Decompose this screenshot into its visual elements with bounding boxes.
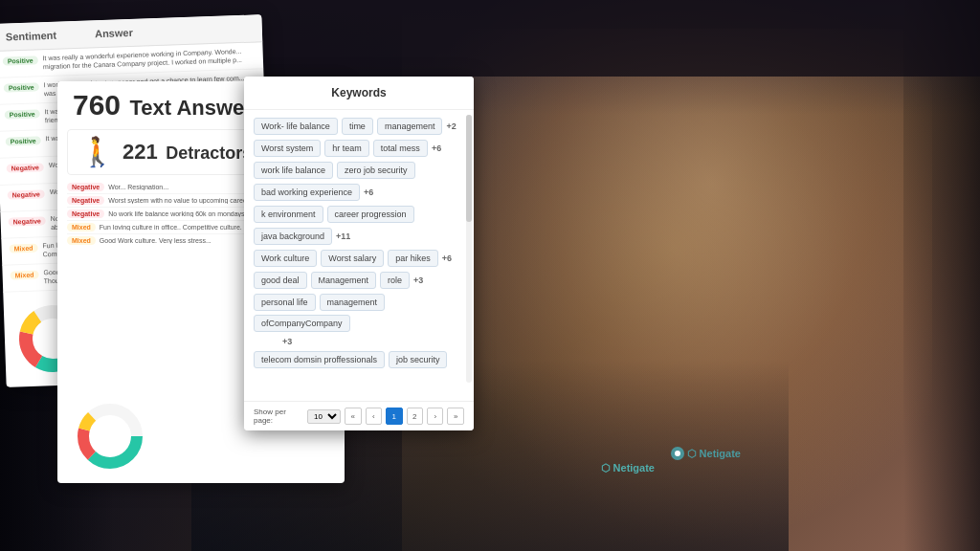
keyword-tag[interactable]: good deal xyxy=(254,272,307,289)
answer-text: Fun loving culture in office.. Competiti… xyxy=(100,224,242,231)
keyword-row: work life balance zero job security xyxy=(254,162,464,179)
detractors-info: 221 Detractors xyxy=(122,140,252,165)
show-per-page-label: Show per page: xyxy=(254,408,304,425)
keyword-row: Work culture Worst salary par hikes +6 xyxy=(254,250,464,267)
status-badge: Positive xyxy=(3,55,38,65)
per-page-select[interactable]: 10 20 50 xyxy=(307,409,341,424)
keywords-body: Work- life balance time management +2 Wo… xyxy=(244,110,474,387)
netigate-label: ⬡ Netigate xyxy=(687,448,741,460)
keyword-tag[interactable]: k environment xyxy=(254,206,323,223)
page-1-button[interactable]: 1 xyxy=(386,408,402,425)
netigate-logo-laptop: ⬡ Netigate xyxy=(601,462,655,474)
keyword-row: Work- life balance time management +2 xyxy=(254,118,464,135)
keyword-tag[interactable]: management xyxy=(377,118,443,135)
last-page-button[interactable]: » xyxy=(447,408,463,425)
keyword-tag[interactable]: Management xyxy=(311,272,377,289)
answer-text: Worst system with no value to upcoming c… xyxy=(108,197,254,204)
keywords-panel-header: Keywords xyxy=(244,77,474,110)
page-2-button[interactable]: 2 xyxy=(407,408,423,425)
scroll-indicator[interactable] xyxy=(466,115,472,383)
prev-page-button[interactable]: ‹ xyxy=(366,408,382,425)
keyword-count: +6 xyxy=(432,143,441,153)
keyword-tag[interactable]: bad working experience xyxy=(254,184,360,201)
keyword-tag[interactable]: role xyxy=(380,272,410,289)
keyword-tag[interactable]: java background xyxy=(254,228,332,245)
keyword-row: java background +11 xyxy=(254,228,464,245)
status-badge: Negative xyxy=(67,196,104,205)
keyword-tag[interactable]: zero job security xyxy=(337,162,415,179)
keyword-tag[interactable]: Work- life balance xyxy=(254,118,338,135)
status-badge: Negative xyxy=(9,216,46,226)
show-per-page: Show per page: 10 20 50 xyxy=(254,408,341,425)
sentiment-col-header: Sentiment xyxy=(6,30,57,43)
keyword-row: +3 xyxy=(254,337,464,346)
keyword-tag[interactable]: personal life xyxy=(254,294,316,311)
keyword-count: +6 xyxy=(442,253,452,263)
first-page-button[interactable]: « xyxy=(345,408,361,425)
status-badge: Mixed xyxy=(10,244,38,253)
keyword-count: +3 xyxy=(282,337,292,346)
keyword-tag[interactable]: telecom domsin proffessionals xyxy=(254,351,385,368)
keyword-tag[interactable]: total mess xyxy=(373,140,428,157)
keyword-row: bad working experience +6 xyxy=(254,184,464,201)
keyword-count: +2 xyxy=(446,121,456,131)
keyword-tag[interactable]: work life balance xyxy=(254,162,333,179)
netigate-icon xyxy=(671,447,684,460)
keyword-row: Worst system hr team total mess +6 xyxy=(254,140,464,157)
answer-col-header: Answer xyxy=(95,27,133,39)
detractors-number: 221 xyxy=(122,140,158,164)
keyword-tag[interactable]: Worst system xyxy=(254,140,321,157)
keyword-count: +3 xyxy=(413,276,423,285)
detractors-label: Detractors xyxy=(166,143,252,163)
status-badge: Positive xyxy=(6,136,41,145)
status-badge: Negative xyxy=(7,163,44,172)
answers-count: 760 xyxy=(73,89,121,121)
keyword-row: telecom domsin proffessionals job securi… xyxy=(254,351,464,368)
scroll-thumb xyxy=(466,115,472,222)
keyword-count: +11 xyxy=(336,231,350,241)
keyword-tag[interactable]: job security xyxy=(389,351,448,368)
status-badge: Mixed xyxy=(67,236,96,245)
keywords-title: Keywords xyxy=(331,86,386,99)
keyword-row: k environment career progression xyxy=(254,206,464,223)
status-badge: Mixed xyxy=(10,271,38,280)
keyword-row: personal life management ofCompanyCompan… xyxy=(254,294,464,332)
main-donut-chart xyxy=(67,398,153,478)
keyword-tag[interactable]: management xyxy=(320,294,386,311)
keywords-panel: Keywords Work- life balance time managem… xyxy=(244,77,474,430)
answer-text: Wor... Resignation... xyxy=(108,184,168,190)
next-page-button[interactable]: › xyxy=(427,408,443,425)
status-badge: Mixed xyxy=(67,223,96,231)
keyword-tag[interactable]: Worst salary xyxy=(321,250,384,267)
keyword-tag[interactable]: ofCompanyCompany xyxy=(254,315,350,332)
keyword-count: +6 xyxy=(364,187,373,197)
answer-text: It was really a wonderful experience wor… xyxy=(42,46,256,71)
answer-text: Good Work culture. Very less stress... xyxy=(100,237,212,244)
answer-text: No work life balance working 60k on mond… xyxy=(108,210,250,217)
status-badge: Negative xyxy=(67,209,104,218)
person-icon: 🚶 xyxy=(79,138,115,166)
keyword-tag[interactable]: hr team xyxy=(324,140,369,157)
keyword-tag[interactable]: time xyxy=(342,118,373,135)
status-badge: Positive xyxy=(4,82,39,92)
keyword-tag[interactable]: career progression xyxy=(327,206,414,223)
pagination-bar: Show per page: 10 20 50 « ‹ 1 2 › » xyxy=(244,401,474,430)
status-badge: Negative xyxy=(67,183,104,191)
status-badge: Positive xyxy=(5,109,40,119)
status-badge: Negative xyxy=(8,189,45,199)
keyword-row: good deal Management role +3 xyxy=(254,272,464,289)
keyword-tag[interactable]: par hikes xyxy=(388,250,438,267)
netigate-icon-inner xyxy=(675,451,680,456)
keyword-tag[interactable]: Work culture xyxy=(254,250,317,267)
